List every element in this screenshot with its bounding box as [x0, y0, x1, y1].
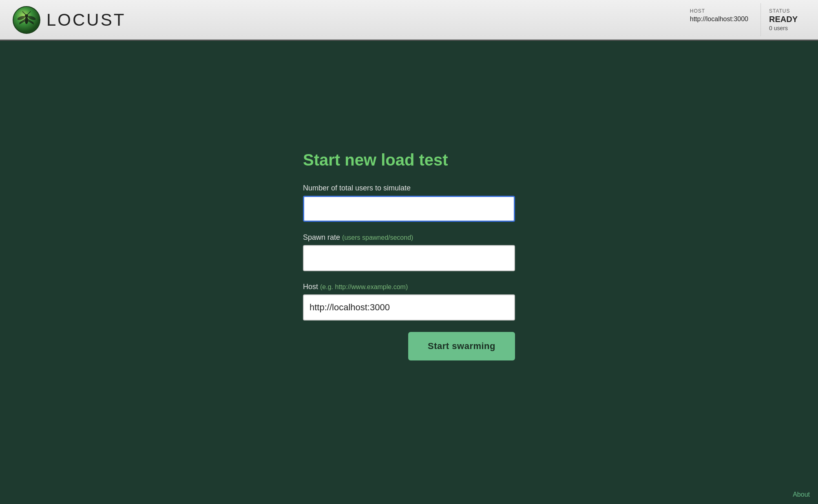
status-users: 0 users [769, 25, 788, 31]
logo-text: LOCUST [46, 10, 126, 30]
users-label: Number of total users to simulate [303, 184, 515, 192]
header-right: HOST http://localhost:3000 STATUS READY … [682, 3, 806, 36]
svg-point-1 [25, 17, 28, 24]
status-label: STATUS [769, 8, 790, 14]
start-swarming-button[interactable]: Start swarming [408, 332, 515, 360]
host-value: http://localhost:3000 [690, 15, 748, 23]
form-title: Start new load test [303, 151, 515, 169]
logo-area: LOCUST [12, 6, 126, 34]
host-label: HOST [690, 8, 705, 14]
about-link[interactable]: About [793, 491, 810, 498]
form-container: Start new load test Number of total user… [303, 151, 515, 360]
spawn-rate-hint: (users spawned/second) [342, 234, 413, 241]
load-test-form: Number of total users to simulate Spawn … [303, 184, 515, 360]
header-status-section: STATUS READY 0 users [761, 3, 806, 36]
host-input[interactable] [303, 294, 515, 321]
status-value: READY [769, 15, 798, 24]
spawn-rate-field-group: Spawn rate (users spawned/second) [303, 233, 515, 271]
spawn-rate-label: Spawn rate (users spawned/second) [303, 233, 515, 242]
host-field-group: Host (e.g. http://www.example.com) [303, 283, 515, 321]
host-hint: (e.g. http://www.example.com) [320, 283, 408, 290]
header-host-section: HOST http://localhost:3000 [682, 3, 761, 36]
main-content: Start new load test Number of total user… [0, 41, 818, 487]
host-label: Host (e.g. http://www.example.com) [303, 283, 515, 291]
locust-logo-icon [12, 6, 41, 34]
users-field-group: Number of total users to simulate [303, 184, 515, 222]
footer: About [0, 487, 818, 504]
users-input[interactable] [303, 196, 515, 222]
header: LOCUST HOST http://localhost:3000 STATUS… [0, 0, 818, 41]
spawn-rate-input[interactable] [303, 245, 515, 271]
